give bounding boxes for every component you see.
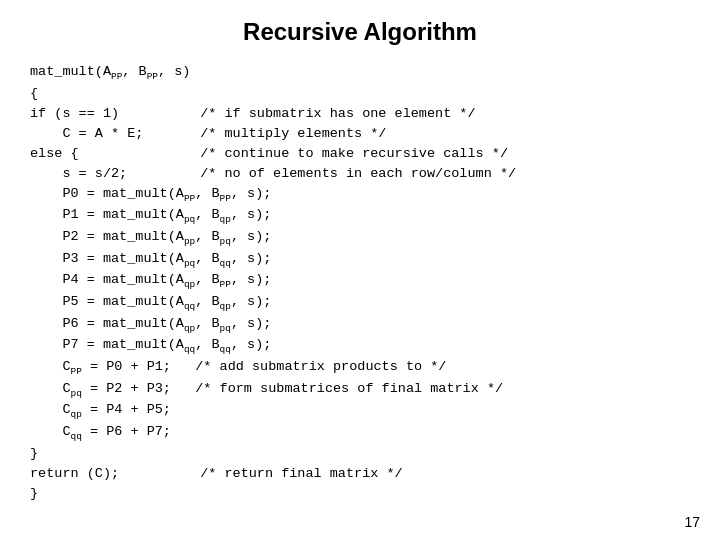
- code-line-1: mat_mult(APP, BPP, s): [30, 62, 690, 84]
- code-line-11: P4 = mat_mult(Aqp, BPP, s);: [30, 270, 690, 292]
- code-line-8: P1 = mat_mult(Apq, Bqp, s);: [30, 205, 690, 227]
- code-line-14: P7 = mat_mult(Aqq, Bqq, s);: [30, 335, 690, 357]
- code-line-5: else { /* continue to make recursive cal…: [30, 144, 690, 164]
- code-block: mat_mult(APP, BPP, s) { if (s == 1) /* i…: [0, 58, 720, 503]
- code-line-16: Cpq = P2 + P3; /* form submatrices of fi…: [30, 379, 690, 401]
- code-line-2: {: [30, 84, 690, 104]
- code-line-18: Cqq = P6 + P7;: [30, 422, 690, 444]
- code-line-10: P3 = mat_mult(Apq, Bqq, s);: [30, 249, 690, 271]
- code-line-13: P6 = mat_mult(Aqp, Bpq, s);: [30, 314, 690, 336]
- code-line-12: P5 = mat_mult(Aqq, Bqp, s);: [30, 292, 690, 314]
- code-line-6: s = s/2; /* no of elements in each row/c…: [30, 164, 690, 184]
- code-line-20: return (C); /* return final matrix */: [30, 464, 690, 484]
- code-line-4: C = A * E; /* multiply elements */: [30, 124, 690, 144]
- code-line-3: if (s == 1) /* if submatrix has one elem…: [30, 104, 690, 124]
- code-line-17: Cqp = P4 + P5;: [30, 400, 690, 422]
- code-line-9: P2 = mat_mult(App, Bpq, s);: [30, 227, 690, 249]
- code-line-19: }: [30, 444, 690, 464]
- page-number: 17: [684, 514, 700, 530]
- code-line-15: CPP = P0 + P1; /* add submatrix products…: [30, 357, 690, 379]
- page-title: Recursive Algorithm: [0, 0, 720, 58]
- code-line-21: }: [30, 484, 690, 504]
- code-line-7: P0 = mat_mult(APP, BPP, s);: [30, 184, 690, 206]
